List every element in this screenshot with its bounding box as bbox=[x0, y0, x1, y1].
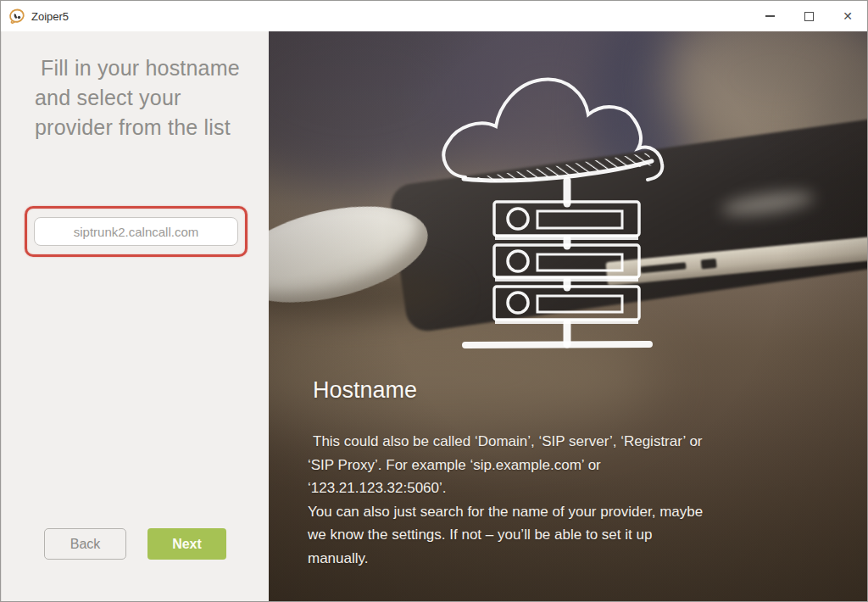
close-icon: ✕ bbox=[843, 10, 853, 22]
hostname-input[interactable] bbox=[34, 217, 238, 246]
maximize-button[interactable] bbox=[789, 1, 828, 31]
info-title: Hostname bbox=[313, 377, 417, 404]
window-controls: ✕ bbox=[750, 1, 867, 31]
window-title: Zoiper5 bbox=[31, 10, 69, 23]
wizard-heading: Fill in your hostname and select your pr… bbox=[35, 53, 240, 142]
wizard-heading-line: and select your bbox=[35, 83, 240, 113]
titlebar: Zoiper5 ✕ bbox=[1, 1, 867, 31]
zoiper-logo-icon bbox=[8, 7, 26, 25]
wizard-buttons: Back Next bbox=[2, 528, 270, 560]
info-description-line: we know the settings. If not – you’ll be… bbox=[308, 523, 799, 547]
wizard-panel: Fill in your hostname and select your pr… bbox=[1, 31, 269, 602]
info-description-line: manually. bbox=[308, 547, 799, 571]
next-button[interactable]: Next bbox=[147, 528, 226, 560]
info-description: This could also be called ‘Domain’, ‘SIP… bbox=[308, 430, 799, 570]
info-description-line: ‘123.21.123.32:5060’. bbox=[308, 477, 799, 500]
info-panel: Hostname This could also be called ‘Doma… bbox=[269, 31, 868, 602]
info-description-line: ‘SIP Proxy’. For example ‘sip.example.co… bbox=[308, 454, 799, 477]
close-button[interactable]: ✕ bbox=[828, 1, 867, 31]
back-button[interactable]: Back bbox=[44, 528, 126, 560]
zoiper-window: Zoiper5 ✕ Fill in your hostname and sele… bbox=[0, 0, 868, 602]
minimize-icon bbox=[765, 15, 775, 17]
minimize-button[interactable] bbox=[750, 1, 789, 31]
info-description-line: You can also just search for the name of… bbox=[308, 500, 799, 524]
info-description-line: This could also be called ‘Domain’, ‘SIP… bbox=[308, 430, 799, 454]
wizard-heading-line: provider from the list bbox=[35, 113, 240, 142]
maximize-icon bbox=[804, 12, 814, 21]
wizard-heading-line: Fill in your hostname bbox=[35, 53, 240, 83]
hostname-highlight-annotation bbox=[25, 206, 248, 257]
